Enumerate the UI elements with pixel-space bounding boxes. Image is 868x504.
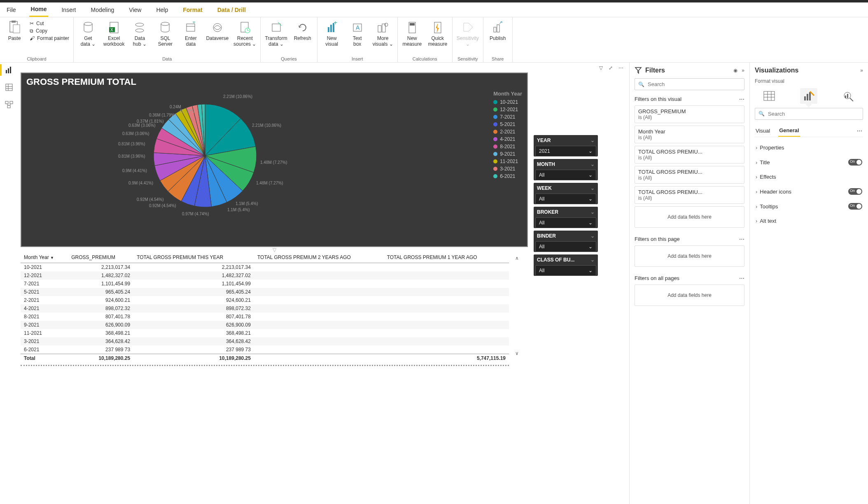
legend-item[interactable]: 3-2021 (493, 166, 522, 172)
sql-server-button[interactable]: SQLServer (155, 21, 175, 47)
focus-icon[interactable]: ⤢ (609, 65, 613, 71)
table-row[interactable]: 9-2021626,900.09626,900.09 (21, 321, 509, 329)
table-row[interactable]: 11-2021368,498.21368,498.21 (21, 329, 509, 337)
transform-data-button[interactable]: Transformdata ⌄ (265, 21, 287, 47)
table-row[interactable]: 10-20212,213,017.342,213,017.34 (21, 263, 509, 272)
dataverse-button[interactable]: Dataverse (206, 21, 229, 41)
refresh-button[interactable]: Refresh (292, 21, 313, 41)
format-row[interactable]: ›Alt text (755, 214, 863, 228)
tab-format[interactable]: Format (181, 3, 204, 16)
table-row[interactable]: 3-2021364,628.42364,628.42 (21, 337, 509, 345)
slicer-dropdown[interactable]: All⌄ (535, 170, 596, 180)
filter-icon[interactable]: ▽ (599, 65, 603, 71)
model-view-icon[interactable] (4, 100, 14, 110)
legend-item[interactable]: 11-2021 (493, 159, 522, 164)
slicer[interactable]: CLASS OF BU...⌄All⌄ (534, 254, 598, 276)
quick-measure-button[interactable]: Quickmeasure (427, 21, 448, 47)
more-icon[interactable]: ⋯ (739, 236, 744, 242)
eye-icon[interactable]: ◉ (733, 68, 737, 73)
filter-card[interactable]: GROSS_PREMIUMis (All) (635, 105, 744, 123)
scroll-up-icon[interactable]: ∧ (515, 255, 519, 261)
table-row[interactable]: 2-2021924,600.21924,600.21 (21, 296, 509, 304)
toggle-switch[interactable]: On (848, 188, 862, 195)
table-row[interactable]: 6-2021237 989 73237 989 73 (21, 345, 509, 354)
tab-general[interactable]: General (778, 125, 800, 137)
chevron-down-icon[interactable]: ⌄ (590, 209, 595, 215)
publish-button[interactable]: Publish (488, 21, 508, 41)
tab-modeling[interactable]: Modeling (89, 3, 116, 16)
format-row[interactable]: ›Properties (755, 140, 863, 155)
tab-view[interactable]: View (127, 3, 143, 16)
build-visual-icon[interactable] (761, 88, 778, 104)
slicer[interactable]: WEEK⌄All⌄ (534, 183, 598, 204)
tab-visual[interactable]: Visual (755, 125, 771, 136)
enter-data-button[interactable]: +Enterdata (180, 21, 201, 47)
data-view-icon[interactable] (4, 82, 14, 92)
tab-file[interactable]: File (5, 3, 18, 16)
toggle-switch[interactable]: On (848, 159, 862, 166)
more-icon[interactable]: ⋯ (856, 125, 863, 136)
legend-item[interactable]: 8-2021 (493, 144, 522, 149)
slicer-dropdown[interactable]: All⌄ (535, 265, 596, 276)
table-header[interactable]: Month Year ▼ (21, 252, 68, 263)
table-header[interactable]: GROSS_PREMIUM (68, 252, 133, 263)
table-header[interactable]: TOTAL GROSS PREMIUM 2 YEARS AGO (254, 252, 384, 263)
table-header[interactable]: TOTAL GROSS PREMIUM THIS YEAR (133, 252, 254, 263)
recent-sources-button[interactable]: Recentsources ⌄ (233, 21, 256, 47)
chevron-down-icon[interactable]: ⌄ (590, 185, 595, 191)
copy-button[interactable]: ⧉Copy (30, 28, 69, 34)
slicer[interactable]: BROKER⌄All⌄ (534, 207, 598, 228)
legend-item[interactable]: 9-2021 (493, 151, 522, 157)
legend-item[interactable]: 12-2021 (493, 107, 522, 112)
data-table-visual[interactable]: Month Year ▼GROSS_PREMIUMTOTAL GROSS PRE… (21, 252, 509, 366)
filter-card[interactable]: TOTAL GROSS PREMIU...is (All) (635, 186, 744, 204)
legend-item[interactable]: 6-2021 (493, 173, 522, 179)
add-fields-all[interactable]: Add data fields here (635, 285, 744, 306)
format-painter-button[interactable]: 🖌Format painter (30, 35, 69, 41)
viz-search-input[interactable] (768, 111, 859, 117)
tab-help[interactable]: Help (154, 3, 170, 16)
format-row[interactable]: ›Effects (755, 170, 863, 184)
collapse-pane-icon[interactable]: » (742, 68, 744, 73)
collapse-viz-icon[interactable]: » (860, 68, 863, 73)
report-view-icon[interactable] (4, 65, 14, 75)
filter-card[interactable]: Month Yearis (All) (635, 126, 744, 143)
more-options-icon[interactable]: ⋯ (618, 65, 623, 71)
slicer-dropdown[interactable]: All⌄ (535, 241, 596, 252)
slicer[interactable]: YEAR⌄2021⌄ (534, 135, 598, 156)
viz-search[interactable]: 🔍 (755, 108, 863, 120)
slicer-dropdown[interactable]: All⌄ (535, 194, 596, 204)
more-icon[interactable]: ⋯ (739, 96, 744, 102)
tab-home[interactable]: Home (29, 2, 49, 17)
table-row[interactable]: 5-2021965,405.24965,405.24 (21, 288, 509, 296)
slicer[interactable]: MONTH⌄All⌄ (534, 159, 598, 180)
pie-chart-visual[interactable]: GROSS PREMIUM TOTAL 2.21M (10.86%)2.21M … (21, 72, 528, 247)
analytics-icon[interactable] (840, 88, 857, 104)
tab-data-drill[interactable]: Data / Drill (216, 3, 247, 16)
slicer-dropdown[interactable]: 2021⌄ (535, 146, 596, 156)
filters-search[interactable]: 🔍 (635, 78, 744, 90)
legend-item[interactable]: 7-2021 (493, 114, 522, 120)
legend-item[interactable]: 4-2021 (493, 136, 522, 142)
chevron-down-icon[interactable]: ⌄ (590, 257, 595, 263)
legend-item[interactable]: 10-2021 (493, 99, 522, 105)
table-row[interactable]: 12-20211,482,327.021,482,327.02 (21, 271, 509, 280)
chevron-down-icon[interactable]: ⌄ (590, 161, 595, 167)
excel-workbook-button[interactable]: XExcelworkbook (103, 21, 124, 47)
chevron-down-icon[interactable]: ⌄ (590, 138, 595, 143)
format-row[interactable]: ›Header iconsOn (755, 184, 863, 199)
filters-search-input[interactable] (648, 81, 741, 87)
paste-button[interactable]: Paste (4, 21, 25, 41)
format-row[interactable]: ›TooltipsOn (755, 199, 863, 214)
format-row[interactable]: ›TitleOn (755, 155, 863, 170)
scroll-down-icon[interactable]: ∨ (515, 350, 519, 356)
table-row[interactable]: 8-2021807,401.78807,401.78 (21, 313, 509, 321)
add-fields-visual[interactable]: Add data fields here (635, 206, 744, 228)
new-visual-button[interactable]: +Newvisual (322, 21, 342, 47)
legend-item[interactable]: 5-2021 (493, 121, 522, 127)
more-icon[interactable]: ⋯ (739, 275, 744, 281)
table-header[interactable]: TOTAL GROSS PREMIUM 1 YEAR AGO (384, 252, 509, 263)
get-data-button[interactable]: Getdata ⌄ (78, 21, 98, 47)
toggle-switch[interactable]: On (848, 203, 862, 210)
format-visual-icon[interactable] (800, 88, 817, 104)
